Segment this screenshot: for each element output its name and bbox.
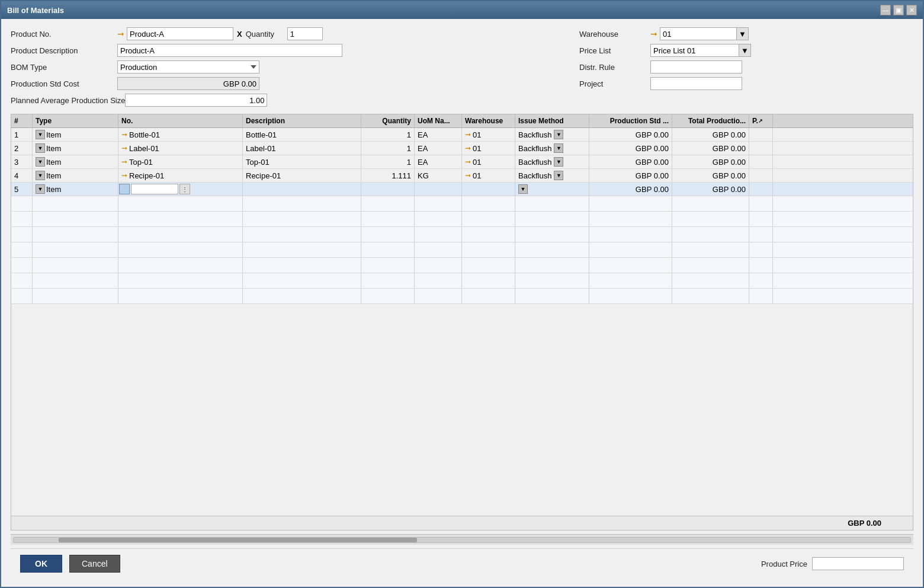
cell-no-2: ➞Label-01 [118, 142, 243, 155]
cell-uom-3: EA [415, 155, 462, 168]
col-header-total-prod: Total Productio... [672, 114, 749, 127]
cell-num-3: 3 [11, 155, 33, 168]
table-row-empty [11, 196, 913, 212]
minimize-button[interactable]: — [880, 5, 891, 15]
col-header-p[interactable]: P. ↗ [749, 114, 773, 127]
cell-no-3: ➞Top-01 [118, 155, 243, 168]
type-dropdown-4[interactable]: ▼ [36, 171, 45, 180]
no-browse-btn-5[interactable]: ⋮ [179, 184, 190, 194]
cell-total-4: GBP 0.00 [672, 169, 749, 182]
issue-dropdown-5[interactable]: ▼ [518, 184, 528, 194]
cell-p-5 [749, 183, 773, 196]
grid-totals: GBP 0.00 [11, 516, 913, 530]
cell-type-1: ▼Item [33, 128, 118, 141]
scrollbar-thumb[interactable] [59, 538, 418, 542]
table-row-empty [11, 273, 913, 289]
product-desc-input[interactable] [117, 44, 342, 57]
scrollbar-track[interactable] [13, 537, 911, 543]
col-header-type: Type [33, 114, 118, 127]
grid-header: # Type No. Description Quantity UoM Na..… [11, 114, 913, 128]
issue-dropdown-3[interactable]: ▼ [554, 157, 563, 167]
product-no-row: Product No. ➞ X Quantity [11, 27, 402, 40]
cell-issue-3: Backflush▼ [515, 155, 589, 168]
col-header-warehouse: Warehouse [462, 114, 515, 127]
bom-type-label: BOM Type [11, 63, 117, 72]
cell-desc-4: Recipe-01 [243, 169, 361, 182]
table-row[interactable]: 1 ▼Item ➞Bottle-01 Bottle-01 1 EA ➞01 Ba… [11, 128, 913, 142]
wh-arrow-icon-1: ➞ [465, 130, 471, 139]
planned-avg-input[interactable] [125, 94, 267, 107]
type-dropdown-3[interactable]: ▼ [36, 157, 45, 167]
table-row[interactable]: 2 ▼Item ➞Label-01 Label-01 1 EA ➞01 Back… [11, 142, 913, 155]
cell-desc-1: Bottle-01 [243, 128, 361, 141]
cell-prodstd-5: GBP 0.00 [589, 183, 672, 196]
window-controls: — ▣ ✕ [880, 5, 917, 15]
type-dropdown-5[interactable]: ▼ [36, 184, 45, 194]
quantity-input[interactable] [287, 27, 323, 40]
maximize-button[interactable]: ▣ [893, 5, 904, 15]
cell-uom-5 [415, 183, 462, 196]
product-no-arrow-icon: ➞ [117, 29, 124, 39]
type-dropdown-2[interactable]: ▼ [36, 143, 45, 153]
no-arrow-icon-1: ➞ [121, 130, 127, 139]
cell-issue-4: Backflush▼ [515, 169, 589, 182]
cell-no-1: ➞Bottle-01 [118, 128, 243, 141]
warehouse-dropdown-button[interactable]: ▼ [737, 27, 749, 40]
ok-button[interactable]: OK [20, 555, 62, 573]
project-label: Project [579, 79, 650, 88]
project-input[interactable] [650, 77, 742, 90]
cell-qty-4: 1.111 [361, 169, 415, 182]
cell-type-4: ▼Item [33, 169, 118, 182]
cell-qty-1: 1 [361, 128, 415, 141]
horizontal-scrollbar[interactable] [11, 534, 913, 545]
price-list-input[interactable] [650, 44, 739, 57]
cell-wh-3: ➞01 [462, 155, 515, 168]
close-button[interactable]: ✕ [906, 5, 917, 15]
cell-desc-5 [243, 183, 361, 196]
grid-body: 1 ▼Item ➞Bottle-01 Bottle-01 1 EA ➞01 Ba… [11, 128, 913, 516]
cell-prodstd-2: GBP 0.00 [589, 142, 672, 155]
cell-no-4: ➞Recipe-01 [118, 169, 243, 182]
cell-total-3: GBP 0.00 [672, 155, 749, 168]
cell-wh-2: ➞01 [462, 142, 515, 155]
cell-p-4 [749, 169, 773, 182]
issue-dropdown-1[interactable]: ▼ [554, 130, 563, 139]
window-title: Bill of Materials [7, 6, 64, 15]
issue-dropdown-2[interactable]: ▼ [554, 143, 563, 153]
product-no-input[interactable] [127, 27, 233, 40]
distr-rule-row: Distr. Rule [579, 60, 913, 74]
cell-prodstd-4: GBP 0.00 [589, 169, 672, 182]
content-area: Product No. ➞ X Quantity Product Descrip… [1, 19, 923, 587]
no-arrow-icon-4: ➞ [121, 171, 127, 180]
project-row: Project [579, 77, 913, 90]
type-dropdown-1[interactable]: ▼ [36, 130, 45, 139]
no-edit-input-5[interactable] [131, 184, 178, 194]
distr-rule-label: Distr. Rule [579, 63, 650, 72]
cell-prodstd-3: GBP 0.00 [589, 155, 672, 168]
cell-uom-2: EA [415, 142, 462, 155]
warehouse-input[interactable] [660, 27, 737, 40]
cell-no-5[interactable]: ⋮ [118, 183, 243, 196]
cancel-button[interactable]: Cancel [69, 555, 120, 573]
price-list-dropdown-button[interactable]: ▼ [739, 44, 751, 57]
bom-type-select[interactable]: Production Sales Template [117, 60, 259, 74]
product-desc-row: Product Description [11, 44, 402, 57]
cell-num-2: 2 [11, 142, 33, 155]
col-header-prod-std: Production Std ... [589, 114, 672, 127]
price-list-container: ▼ [650, 44, 751, 57]
prod-std-cost-input[interactable] [117, 77, 259, 90]
cell-qty-2: 1 [361, 142, 415, 155]
cell-p-3 [749, 155, 773, 168]
product-price-input[interactable] [812, 557, 904, 570]
table-row-empty [11, 258, 913, 273]
table-row[interactable]: 5 ▼Item ⋮ ▼ GBP 0. [11, 183, 913, 196]
cell-issue-2: Backflush▼ [515, 142, 589, 155]
table-row[interactable]: 3 ▼Item ➞Top-01 Top-01 1 EA ➞01 Backflus… [11, 155, 913, 169]
table-row[interactable]: 4 ▼Item ➞Recipe-01 Recipe-01 1.111 KG ➞0… [11, 169, 913, 183]
table-row-empty [11, 242, 913, 258]
distr-rule-input[interactable] [650, 60, 742, 74]
warehouse-dropdown-icon: ▼ [739, 30, 746, 39]
issue-dropdown-4[interactable]: ▼ [554, 171, 563, 180]
window: Bill of Materials — ▣ ✕ Product No. ➞ X … [0, 0, 924, 588]
header-right: Warehouse ➞ ▼ Price List ▼ [413, 27, 913, 110]
